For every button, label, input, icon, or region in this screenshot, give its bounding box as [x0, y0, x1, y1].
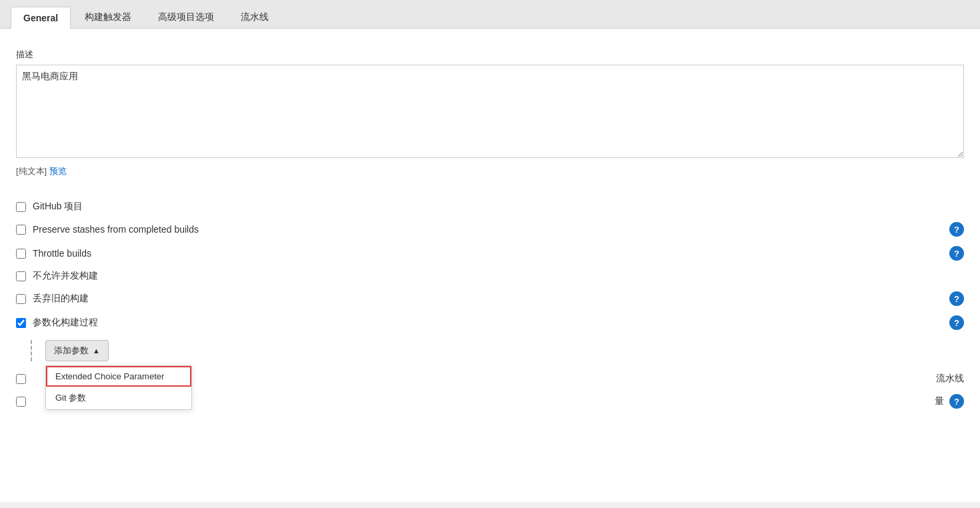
checkbox-partial-1[interactable]	[16, 374, 26, 384]
tab-general[interactable]: General	[11, 7, 71, 29]
partial-right-2: 量	[935, 395, 944, 407]
checkbox-noconcurrent[interactable]	[16, 271, 26, 281]
param-section: 添加参数 ▲ Extended Choice Parameter Git 参数	[31, 340, 964, 361]
help-icon-preserve[interactable]: ?	[949, 222, 964, 237]
checkbox-label-preserve: Preserve stashes from completed builds	[33, 224, 944, 235]
checkbox-throttle[interactable]	[16, 249, 26, 259]
preview-static: [纯文本]	[16, 166, 47, 176]
checkbox-row-parameterized: 参数化构建过程 ?	[16, 311, 964, 335]
partial-right-1: 流水线	[936, 373, 964, 385]
tab-pipeline[interactable]: 流水线	[228, 5, 281, 28]
checkbox-label-parameterized: 参数化构建过程	[33, 317, 944, 329]
add-param-button[interactable]: 添加参数 ▲	[45, 340, 109, 361]
tabs-bar: General 构建触发器 高级项目选项 流水线	[0, 0, 980, 29]
help-icon-parameterized[interactable]: ?	[949, 315, 964, 330]
param-btn-container: 添加参数 ▲ Extended Choice Parameter Git 参数	[45, 340, 109, 361]
git-param-label: Git 参数	[55, 392, 86, 404]
checkbox-label-throttle: Throttle builds	[33, 248, 944, 259]
checkbox-partial-2[interactable]	[16, 397, 26, 407]
add-param-label: 添加参数	[54, 345, 89, 357]
checkbox-row-preserve: Preserve stashes from completed builds ?	[16, 217, 964, 241]
checkbox-preserve[interactable]	[16, 225, 26, 235]
description-label: 描述	[16, 49, 964, 61]
checkbox-row-noconcurrent: 不允许并发构建	[16, 265, 964, 287]
help-icon-partial-2[interactable]: ?	[949, 394, 964, 409]
checkbox-label-noconcurrent: 不允许并发构建	[33, 270, 964, 282]
main-content: 描述 黑马电商应用 [纯文本] 预览 GitHub 项目 Preserve st…	[0, 29, 980, 502]
checkbox-row-discard: 丢弃旧的构建 ?	[16, 287, 964, 311]
checkbox-github[interactable]	[16, 202, 26, 212]
dropdown-item-extended-choice[interactable]: Extended Choice Parameter	[46, 366, 191, 387]
dropdown-item-git-param[interactable]: Git 参数	[46, 387, 191, 409]
dropdown-menu: Extended Choice Parameter Git 参数	[45, 365, 192, 410]
page-container: General 构建触发器 高级项目选项 流水线 描述 黑马电商应用 [纯文本]…	[0, 0, 980, 508]
checkbox-label-discard: 丢弃旧的构建	[33, 293, 944, 305]
add-param-arrow: ▲	[93, 347, 100, 355]
checkbox-parameterized[interactable]	[16, 318, 26, 328]
checkbox-label-github: GitHub 项目	[33, 201, 964, 213]
checkbox-row-github: GitHub 项目	[16, 196, 964, 217]
description-textarea[interactable]: 黑马电商应用	[16, 65, 964, 158]
checkbox-row-throttle: Throttle builds ?	[16, 241, 964, 265]
tab-triggers[interactable]: 构建触发器	[72, 5, 144, 28]
tab-advanced[interactable]: 高级项目选项	[145, 5, 227, 28]
checkbox-discard[interactable]	[16, 294, 26, 304]
help-icon-discard[interactable]: ?	[949, 291, 964, 306]
help-icon-throttle[interactable]: ?	[949, 246, 964, 261]
preview-link[interactable]: 预览	[49, 165, 67, 177]
